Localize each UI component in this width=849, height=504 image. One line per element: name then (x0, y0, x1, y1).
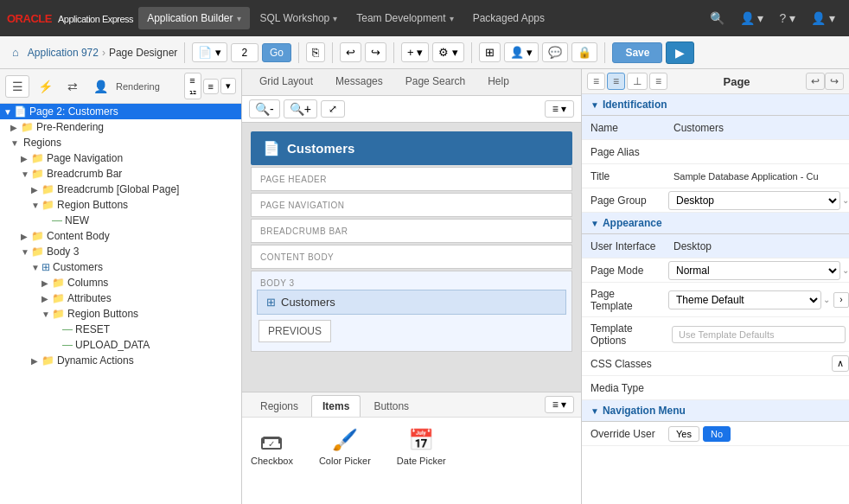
section-navigation-menu[interactable]: ▼ Navigation Menu (582, 400, 849, 422)
tree-item-regions[interactable]: ▼ Regions (0, 135, 241, 150)
prop-value-user-interface: Desktop (668, 238, 849, 255)
tree-label-upload-data: UPLOAD_DATA (75, 339, 150, 351)
tree-item-columns[interactable]: ▶ 📁 Columns (0, 275, 241, 290)
tab-page-search[interactable]: Page Search (395, 69, 476, 95)
tree-item-breadcrumb-global[interactable]: ▶ 📁 Breadcrumb [Global Page] (0, 182, 241, 197)
prop-label-page-template: PageTemplate (582, 283, 668, 316)
prop-select-page-mode[interactable]: Normal (668, 261, 840, 280)
override-user-no-btn[interactable]: No (703, 426, 731, 442)
shared-components-tab-icon[interactable]: 👤 (88, 75, 112, 98)
shared-components-btn[interactable]: 👤 ▾ (504, 42, 539, 62)
tab-grid-layout[interactable]: Grid Layout (249, 69, 323, 95)
sql-workshop-arrow: ▾ (333, 14, 337, 23)
nav-tab-packaged-apps[interactable]: Packaged Apps (464, 7, 553, 29)
tree-item-page2[interactable]: ▼ 📄 Page 2: Customers (0, 104, 241, 119)
expand-view-btn[interactable]: ⤢ (321, 100, 345, 118)
align-left-btn[interactable]: ≡ (587, 73, 605, 90)
override-user-yes-btn[interactable]: Yes (668, 426, 699, 442)
tab-buttons[interactable]: Buttons (362, 395, 420, 417)
align-right-btn[interactable]: ⊥ (627, 73, 648, 90)
template-options-btn[interactable]: Use Template Defaults (672, 326, 846, 343)
lock-btn[interactable]: 🔒 (571, 42, 597, 62)
tab-help[interactable]: Help (477, 69, 520, 95)
zoom-out-btn[interactable]: 🔍- (249, 99, 280, 118)
color-picker-icon: 🖌️ (332, 428, 358, 452)
page-icon: 📄 (14, 105, 27, 118)
tree-toggle-region-buttons-1: ▼ (31, 201, 41, 210)
team-dev-arrow: ▾ (450, 14, 454, 23)
prop-input-media-type[interactable] (668, 379, 849, 397)
nav-tab-app-builder[interactable]: Application Builder ▾ (138, 7, 249, 29)
folder-icon-attributes: 📁 (52, 292, 65, 304)
tree-item-pre-rendering[interactable]: ▶ 📁 Pre-Rendering (0, 119, 241, 135)
user-menu-icon[interactable]: 👤 ▾ (733, 6, 771, 30)
breadcrumb-app[interactable]: Application 972 (28, 47, 99, 59)
page-template-arrow: ⌄ (823, 295, 830, 304)
item-checkbox[interactable]: ✓ Checkbox (251, 428, 293, 466)
align-center-btn[interactable]: ≡ (607, 73, 625, 90)
run-button[interactable]: ▶ (666, 41, 694, 64)
processing-tab-icon[interactable]: ⇄ (61, 75, 85, 98)
page-number-input[interactable] (231, 43, 259, 62)
tree-item-content-body[interactable]: ▶ 📁 Content Body (0, 228, 241, 244)
rendering-tab-icon[interactable]: ☰ (5, 75, 29, 98)
tree-options-btn[interactable]: ▾ (220, 78, 236, 94)
settings-btn[interactable]: ⚙ ▾ (432, 42, 464, 62)
prop-select-page-template[interactable]: Theme Default (668, 290, 821, 309)
item-color-picker[interactable]: 🖌️ Color Picker (319, 428, 371, 466)
page-template-expand-btn[interactable]: › (833, 292, 849, 308)
redo-btn[interactable]: ↪ (365, 42, 386, 62)
css-classes-expand-btn[interactable]: ∧ (832, 355, 849, 372)
css-classes-input[interactable] (668, 354, 830, 373)
help-icon[interactable]: ? ▾ (772, 6, 802, 30)
section-identification[interactable]: ▼ Identification (582, 94, 849, 116)
zoom-in-btn[interactable]: 🔍+ (284, 99, 317, 118)
add-component-btn[interactable]: + ▾ (401, 42, 429, 62)
tree-item-region-buttons-2[interactable]: ▼ 📁 Region Buttons (0, 306, 241, 322)
tree-item-reset[interactable]: — RESET (0, 322, 241, 337)
tab-messages[interactable]: Messages (325, 69, 393, 95)
tree-item-region-buttons-1[interactable]: ▼ 📁 Region Buttons (0, 197, 241, 213)
view-options-btn[interactable]: ≡ ▾ (545, 100, 574, 118)
prop-input-page-alias[interactable] (668, 143, 849, 161)
tab-regions[interactable]: Regions (249, 395, 310, 417)
canvas-page-header-label: PAGE HEADER (260, 175, 327, 184)
page-header-block: 📄 Customers (251, 131, 572, 165)
tree-item-attributes[interactable]: ▶ 📁 Attributes (0, 290, 241, 306)
back-btn[interactable]: ↩ (806, 73, 825, 90)
align-justify-btn[interactable]: ≡ (649, 73, 667, 90)
dynamic-actions-tab-icon[interactable]: ⚡ (33, 75, 57, 98)
section-appearance[interactable]: ▼ Appearance (582, 213, 849, 234)
comments-btn[interactable]: 💬 (542, 42, 568, 62)
save-button[interactable]: Save (612, 42, 662, 63)
tree-view-btn-2[interactable]: ≡ (203, 79, 219, 94)
prop-select-page-group[interactable]: Desktop (668, 191, 840, 210)
copy-page-btn[interactable]: ⎘ (306, 42, 325, 62)
tree-item-page-navigation[interactable]: ▶ 📁 Page Navigation (0, 150, 241, 166)
tree-item-upload-data[interactable]: — UPLOAD_DATA (0, 337, 241, 353)
go-button[interactable]: Go (262, 43, 291, 62)
home-icon[interactable]: ⌂ (7, 43, 24, 61)
prop-label-css-classes: CSS Classes (582, 354, 668, 374)
bottom-view-options-btn[interactable]: ≡ ▾ (545, 396, 574, 413)
undo-btn[interactable]: ↩ (340, 42, 361, 62)
tree-item-customers-region[interactable]: ▼ ⊞ Customers (0, 259, 241, 275)
tree-item-new[interactable]: — NEW (0, 213, 241, 228)
item-date-picker[interactable]: 📅 Date Picker (397, 428, 446, 466)
canvas-customers-region[interactable]: ⊞ Customers (257, 290, 566, 315)
nav-tab-team-dev[interactable]: Team Development ▾ (348, 7, 462, 29)
grid-view-btn[interactable]: ⊞ (479, 42, 501, 62)
prop-row-title: Title Sample Database Application - Cu (582, 164, 849, 188)
tree-item-breadcrumb-bar[interactable]: ▼ 📁 Breadcrumb Bar (0, 166, 241, 182)
profile-icon[interactable]: 👤 ▾ (804, 6, 842, 30)
tree-item-dynamic-actions[interactable]: ▶ 📁 Dynamic Actions (0, 353, 241, 368)
tree-item-body3[interactable]: ▼ 📁 Body 3 (0, 244, 241, 259)
page-canvas: 📄 Customers PAGE HEADER PAGE NAVIGATION … (242, 123, 581, 392)
page-actions-btn[interactable]: 📄 ▾ (192, 42, 227, 62)
nav-tab-sql-workshop[interactable]: SQL Workshop ▾ (252, 7, 347, 29)
oracle-logo: ORACLE Application Express (7, 12, 133, 25)
tree-view-btn-1[interactable]: ≡₁₂ (184, 73, 201, 99)
forward-btn[interactable]: ↪ (825, 73, 844, 90)
search-icon[interactable]: 🔍 (703, 6, 731, 30)
tab-items[interactable]: Items (311, 395, 361, 417)
